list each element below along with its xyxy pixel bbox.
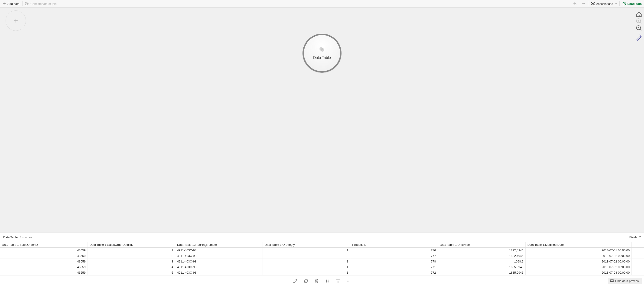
associations-icon [591, 2, 595, 6]
column-header[interactable]: Data Table 1.TrackingNumber [175, 242, 262, 248]
table-cell-spacer [632, 259, 644, 264]
table-row[interactable]: 4365934911-403C-9817781098,92013-07-02 0… [0, 259, 644, 264]
canvas-side-tools [636, 11, 642, 41]
column-header[interactable]: Data Table 1.Modified Date [525, 242, 632, 248]
data-preview-table: Data Table 1.SalesOrderIDData Table 1.Sa… [0, 242, 644, 277]
table-cell: 4 [88, 264, 175, 270]
zoom-out-button[interactable] [636, 25, 642, 31]
data-table-bubble[interactable]: Data Table [302, 34, 342, 73]
preview-fields-count: Fields: 7 [629, 236, 641, 239]
table-cell: 1835,9946 [438, 270, 525, 276]
table-cell: 4911-403C-98 [175, 253, 262, 259]
svg-rect-17 [610, 281, 613, 282]
column-header[interactable]: Data Table 1.SalesOrderID [0, 242, 88, 248]
plus-icon [2, 2, 6, 6]
play-icon [622, 2, 626, 6]
table-cell: 1835,9946 [438, 264, 525, 270]
table-cell: 4911-403C-98 [175, 270, 262, 276]
table-row[interactable]: 4365944911-403C-9817711835,99462013-07-0… [0, 264, 644, 270]
concat-join-button: Concatenate or join [23, 0, 59, 8]
load-data-button[interactable]: Load data [620, 0, 644, 8]
load-data-label: Load data [628, 2, 642, 6]
panel-icon [610, 279, 614, 283]
unpivot-button[interactable] [325, 279, 330, 284]
table-row[interactable]: 4365924911-403C-9837771822,49462013-07-0… [0, 253, 644, 259]
table-header-row: Data Table 1.SalesOrderIDData Table 1.Sa… [0, 242, 644, 248]
table-cell: 1 [263, 270, 350, 276]
column-header[interactable]: Data Table 1.UnitPrice [438, 242, 525, 248]
toolbar-separator [588, 2, 588, 6]
preview-header: Data Table 2 sources Fields: 7 [0, 232, 644, 242]
plus-icon: + [14, 17, 18, 24]
table-cell: 778 [350, 259, 438, 264]
filter-button [336, 279, 340, 284]
table-cell: 2013-07-01 00:00:00 [525, 248, 632, 253]
zoom-in-button [636, 18, 642, 24]
column-header[interactable]: Product ID [350, 242, 438, 248]
data-model-canvas[interactable]: + Data Table [0, 8, 644, 232]
table-cell-spacer [632, 270, 644, 276]
preview-sources: 2 sources [20, 236, 32, 239]
table-cell: 5 [88, 270, 175, 276]
edit-button[interactable] [293, 279, 298, 284]
toolbar-separator [22, 2, 22, 6]
svg-rect-1 [26, 4, 27, 5]
bottom-action-bar: Hide data preview [0, 277, 644, 285]
table-row[interactable]: 4365954911-403C-9817721835,99462013-07-0… [0, 270, 644, 276]
table-cell: 1 [263, 248, 350, 253]
add-data-label: Add data [8, 2, 20, 6]
column-header[interactable]: Data Table 1.SalesOrderDetailID [88, 242, 175, 248]
svg-point-12 [321, 48, 324, 52]
add-data-button[interactable]: Add data [0, 0, 22, 8]
table-stack-icon [319, 47, 325, 54]
preview-table-name: Data Table [3, 236, 18, 239]
table-cell: 2013-07-02 00:00:00 [525, 264, 632, 270]
table-cell: 1822,4946 [438, 248, 525, 253]
table-cell: 777 [350, 253, 438, 259]
svg-rect-0 [26, 2, 27, 3]
table-cell: 776 [350, 248, 438, 253]
undo-button [571, 0, 579, 8]
table-cell: 4911-403C-98 [175, 264, 262, 270]
table-cell-spacer [632, 253, 644, 259]
table-cell-spacer [632, 264, 644, 270]
more-button[interactable] [346, 279, 351, 284]
table-cell: 43659 [0, 253, 88, 259]
table-cell: 1 [263, 259, 350, 264]
redo-icon [582, 2, 585, 6]
table-cell: 1822,4946 [438, 253, 525, 259]
svg-rect-2 [28, 3, 29, 4]
delete-button[interactable] [314, 279, 319, 284]
svg-point-14 [348, 280, 349, 281]
table-cell: 1 [263, 264, 350, 270]
column-header[interactable]: Data Table 1.OrderQty [263, 242, 350, 248]
table-cell-spacer [632, 248, 644, 253]
bubble-label: Data Table [313, 56, 331, 60]
associations-label: Associations [596, 2, 613, 6]
table-cell: 3 [263, 253, 350, 259]
column-header-spacer [632, 242, 644, 248]
table-cell: 2013-07-02 00:00:00 [525, 253, 632, 259]
hide-data-preview-button[interactable]: Hide data preview [608, 278, 642, 284]
associations-button[interactable]: Associations ▾ [589, 0, 619, 8]
table-row[interactable]: 4365914911-403C-9817761822,49462013-07-0… [0, 248, 644, 253]
chevron-down-icon: ▾ [616, 2, 616, 5]
table-cell: 772 [350, 270, 438, 276]
table-cell: 2 [88, 253, 175, 259]
top-toolbar: Add data Concatenate or join Association… [0, 0, 644, 8]
home-view-button[interactable] [636, 11, 642, 18]
table-cell: 771 [350, 264, 438, 270]
add-data-bubble[interactable]: + [6, 10, 26, 31]
magic-wand-button[interactable] [636, 34, 642, 41]
table-cell: 4911-403C-98 [175, 259, 262, 264]
side-separator [636, 33, 641, 33]
reload-button[interactable] [304, 279, 308, 284]
svg-point-13 [347, 280, 348, 281]
table-cell: 2013-07-03 00:00:00 [525, 270, 632, 276]
table-cell: 43659 [0, 248, 88, 253]
table-cell: 1098,9 [438, 259, 525, 264]
redo-button [579, 0, 588, 8]
table-cell: 2013-07-02 00:00:00 [525, 259, 632, 264]
table-cell: 1 [88, 248, 175, 253]
undo-icon [573, 2, 577, 6]
